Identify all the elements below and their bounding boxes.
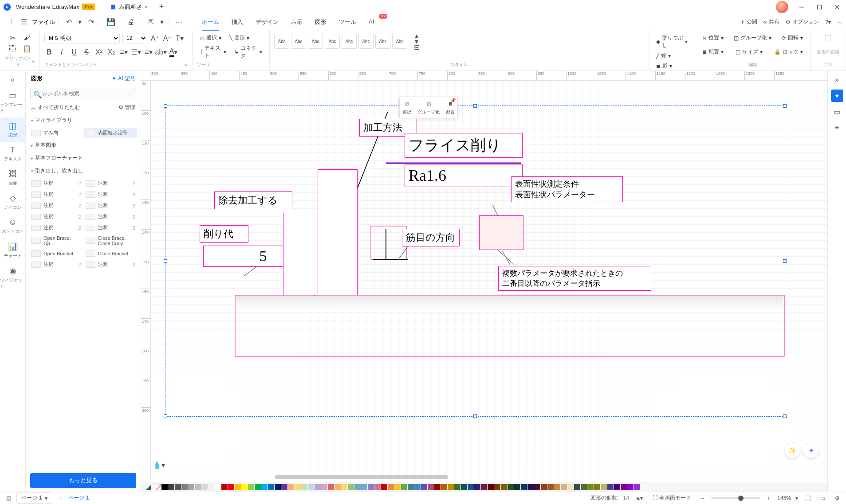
color-swatch[interactable]: [188, 484, 194, 490]
category-basic-flowchart[interactable]: ▸基本フローチャート: [29, 152, 137, 164]
zoom-in-button[interactable]: +: [764, 494, 773, 502]
no-fill-swatch[interactable]: [155, 484, 161, 490]
color-swatch[interactable]: [168, 484, 174, 490]
color-swatch[interactable]: [241, 484, 248, 490]
fill-gradient-icon[interactable]: ◢: [144, 483, 153, 492]
color-swatch[interactable]: [508, 484, 514, 490]
color-swatch[interactable]: [567, 484, 574, 490]
color-swatch[interactable]: [421, 484, 427, 490]
hamburger-icon[interactable]: ☰: [18, 16, 30, 28]
line-spacing-button[interactable]: ≡▾: [119, 47, 129, 57]
shape-item[interactable]: Open Brace, Op…: [29, 234, 83, 248]
text-tool-dropdown[interactable]: T▾: [175, 33, 185, 43]
underline-button[interactable]: U: [69, 47, 79, 57]
connector-tool-button[interactable]: ↳ コネクタ ▾: [232, 43, 265, 61]
shape-item[interactable]: 注釈2: [84, 259, 138, 270]
close-window-button[interactable]: [828, 0, 846, 14]
style-preset[interactable]: Abc: [358, 34, 374, 49]
file-menu[interactable]: ファイル: [32, 18, 55, 26]
shape-search-input[interactable]: [30, 88, 136, 99]
color-swatch[interactable]: [208, 484, 214, 490]
zoom-out-button[interactable]: −: [698, 494, 707, 502]
page-selector[interactable]: ページ-1▾: [16, 492, 52, 504]
color-swatch[interactable]: [348, 484, 354, 490]
color-swatch[interactable]: [315, 484, 321, 490]
color-swatch[interactable]: [441, 484, 447, 490]
leftrail-テンプレート[interactable]: ▭テンプレート: [0, 87, 25, 117]
line-button[interactable]: ╱ 線 ▾: [653, 51, 690, 61]
collapse-right-rail-button[interactable]: »: [831, 74, 843, 86]
menu-デザイン[interactable]: デザイン: [249, 16, 285, 29]
color-swatch[interactable]: [195, 484, 201, 490]
color-swatch[interactable]: [521, 484, 527, 490]
align-button[interactable]: ≡▾: [144, 47, 153, 57]
color-swatch[interactable]: [561, 484, 567, 490]
color-swatch[interactable]: [235, 484, 241, 490]
leftrail-テキスト[interactable]: Tテキスト: [0, 142, 25, 166]
superscript-button[interactable]: X²: [94, 47, 104, 57]
ai-assist-button[interactable]: ✦: [803, 443, 818, 458]
shape-item[interactable]: 注釈2: [29, 178, 83, 188]
right-rail-style[interactable]: ✦: [831, 90, 843, 102]
leftrail-画像[interactable]: 🖼画像: [0, 166, 25, 190]
shape-item[interactable]: 注釈2: [84, 223, 138, 233]
document-tab[interactable]: 表面粗さ ×: [104, 0, 155, 14]
color-swatch[interactable]: [534, 484, 540, 490]
shape-item[interactable]: 注釈2: [84, 189, 138, 199]
color-swatch[interactable]: [607, 484, 614, 490]
text-tool-button[interactable]: T テキスト ▾: [197, 43, 229, 61]
subscript-button[interactable]: X₂: [106, 47, 116, 57]
color-swatch[interactable]: [248, 484, 254, 490]
tab-close-icon[interactable]: ×: [145, 4, 148, 10]
fit-page-button[interactable]: ⛶: [803, 494, 813, 502]
color-swatch[interactable]: [401, 484, 407, 490]
color-swatch[interactable]: [368, 484, 374, 490]
font-size-select[interactable]: 12: [122, 33, 147, 43]
size-button[interactable]: ◫ サイズ ▾: [733, 47, 765, 57]
settings-status-button[interactable]: ⚙: [832, 494, 842, 502]
menu-表示[interactable]: 表示: [285, 16, 309, 29]
back-button[interactable]: 〈: [4, 16, 16, 28]
color-swatch[interactable]: [175, 484, 181, 490]
menu-図形[interactable]: 図形: [309, 16, 333, 29]
color-swatch[interactable]: [488, 484, 494, 490]
style-preset[interactable]: Abc: [308, 34, 323, 49]
color-swatch[interactable]: [468, 484, 474, 490]
shape-item[interactable]: 注釈2: [29, 200, 83, 211]
color-swatch[interactable]: [601, 484, 607, 490]
right-rail-outline[interactable]: ≡: [831, 121, 843, 134]
style-gallery-button[interactable]: ⊟: [412, 44, 421, 50]
font-family-select[interactable]: ＭＳ 明朝: [44, 33, 120, 43]
label-remove[interactable]: 除去加工する: [214, 191, 292, 209]
color-swatch[interactable]: [201, 484, 208, 490]
shape-item[interactable]: 注釈2: [84, 178, 138, 188]
color-swatch[interactable]: [288, 484, 294, 490]
color-swatch[interactable]: [614, 484, 620, 490]
leftrail-アイコン[interactable]: ◇アイコン: [0, 190, 25, 214]
color-swatch[interactable]: [574, 484, 580, 490]
ai-symbol-button[interactable]: ✦ AI 記号: [112, 75, 135, 82]
color-swatch[interactable]: [334, 484, 341, 490]
leftrail-ウィジェット[interactable]: ◉ウィジェット: [0, 262, 25, 293]
color-swatch[interactable]: [547, 484, 554, 490]
shrink-font-button[interactable]: A⁻: [162, 33, 172, 43]
color-swatch[interactable]: [594, 484, 600, 490]
shape-item[interactable]: 表面粗さ記号: [84, 128, 138, 138]
color-swatch[interactable]: [494, 484, 500, 490]
style-preset[interactable]: Abc: [274, 34, 289, 49]
bullet-list-button[interactable]: ☰▾: [131, 47, 141, 57]
color-swatch[interactable]: [228, 484, 234, 490]
color-swatch[interactable]: [581, 484, 587, 490]
undo-dropdown[interactable]: ▾: [77, 16, 83, 28]
color-swatch[interactable]: [621, 484, 627, 490]
collapse-ribbon-button[interactable]: ︿: [837, 18, 842, 26]
fit-width-button[interactable]: ▭: [818, 494, 828, 502]
color-swatch[interactable]: [268, 484, 274, 490]
menu-AI[interactable]: AIhot: [362, 16, 380, 29]
param-placeholder[interactable]: [479, 215, 523, 250]
magic-wand-button[interactable]: ✨: [785, 443, 800, 458]
more-button[interactable]: ⋯: [173, 16, 185, 28]
menu-ツール[interactable]: ツール: [333, 16, 362, 29]
zoom-slider[interactable]: [711, 497, 760, 499]
pages-list-button[interactable]: ▥: [4, 494, 14, 502]
